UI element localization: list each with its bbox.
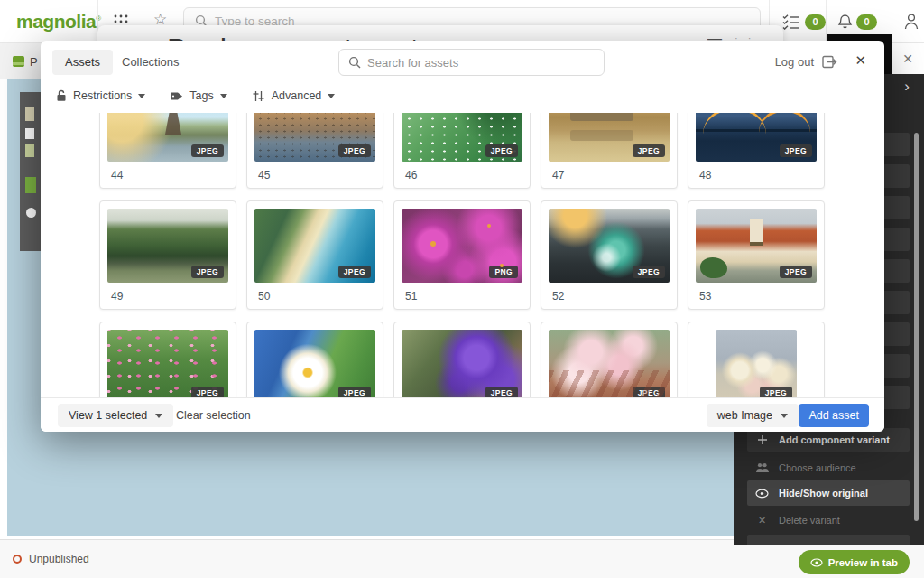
asset-format-badge: JPEG [760, 387, 792, 397]
asset-grid: JPEG 44 JPEG 45 JPEG 46 JPEG 47 JPEG 48 … [41, 113, 884, 397]
view-selected-button[interactable]: View 1 selected [58, 404, 173, 427]
context-menu-item-choose-audience[interactable]: Choose audience [747, 457, 910, 479]
filter-bar: Restrictions Tags Advanced [56, 89, 335, 102]
panel-close-button[interactable]: ✕ [892, 43, 924, 74]
collapse-panel-icon[interactable]: › [904, 78, 910, 96]
publication-status: Unpublished [13, 553, 89, 565]
close-dialog-icon[interactable]: ✕ [855, 52, 866, 69]
asset-format-badge: JPEG [780, 266, 812, 278]
clear-selection-button[interactable]: Clear selection [176, 409, 251, 422]
asset-format-badge: JPEG [338, 387, 371, 397]
asset-card[interactable]: JPEG 52 [541, 200, 678, 310]
asset-card[interactable]: JPEG [99, 322, 236, 397]
asset-thumbnail: JPEG [696, 113, 817, 162]
tasks-count-badge: 0 [805, 14, 826, 30]
asset-format-badge: JPEG [485, 387, 518, 397]
eye-icon [755, 489, 769, 499]
user-icon [903, 13, 919, 31]
asset-format-badge: JPEG [191, 144, 224, 157]
asset-type-select[interactable]: web Image [707, 404, 799, 427]
chevron-down-icon [155, 414, 162, 418]
asset-format-badge: PNG [489, 266, 518, 278]
asset-format-badge: JPEG [633, 266, 665, 278]
context-menu-item-delete-variant[interactable]: ✕ Delete variant [747, 509, 910, 531]
divider [826, 0, 827, 43]
asset-chooser-dialog: Assets Collections Log out ✕ Restriction… [41, 41, 884, 432]
preview-in-tab-button[interactable]: Preview in tab [799, 550, 910, 574]
tab-collections[interactable]: Collections [109, 50, 192, 75]
asset-number: 47 [549, 169, 670, 182]
tag-icon [170, 91, 183, 101]
asset-card[interactable]: PNG 51 [393, 200, 531, 310]
lock-icon [56, 89, 67, 102]
asset-card[interactable]: JPEG 45 [246, 113, 383, 189]
audience-icon [755, 462, 769, 473]
user-menu-button[interactable] [903, 0, 919, 43]
asset-card[interactable]: JPEG [393, 322, 531, 397]
asset-card[interactable]: JPEG 47 [541, 113, 678, 189]
filter-advanced[interactable]: Advanced [252, 89, 336, 102]
asset-number: 49 [107, 290, 228, 303]
logout-icon [822, 55, 837, 69]
asset-search-input[interactable] [367, 56, 575, 70]
filter-tags[interactable]: Tags [170, 89, 226, 102]
asset-format-badge: JPEG [338, 144, 371, 157]
filter-restrictions[interactable]: Restrictions [56, 89, 145, 102]
asset-thumbnail: JPEG [107, 330, 228, 397]
status-bar: Unpublished Preview in tab [0, 539, 924, 578]
logout-button[interactable]: Log out [775, 55, 837, 69]
asset-format-badge: JPEG [780, 144, 812, 157]
notifications-count-badge: 0 [856, 14, 877, 30]
dialog-footer: View 1 selected Clear selection web Imag… [41, 397, 884, 432]
asset-thumbnail: JPEG [549, 209, 670, 283]
asset-thumbnail: JPEG [107, 209, 228, 283]
asset-number: 52 [549, 290, 670, 303]
context-menu-item-hide-show[interactable]: Hide/Show original [747, 480, 910, 506]
asset-card[interactable]: JPEG 49 [99, 200, 236, 310]
asset-format-badge: JPEG [633, 144, 665, 157]
asset-thumbnail: JPEG [254, 113, 375, 162]
tasks-icon [781, 14, 801, 30]
chevron-down-icon [781, 414, 788, 418]
pages-app-icon [13, 56, 24, 67]
asset-thumbnail: JPEG [402, 113, 522, 162]
tasks-button[interactable]: 0 [781, 0, 826, 43]
asset-card[interactable]: JPEG [246, 322, 383, 397]
asset-number: 51 [402, 290, 522, 303]
asset-search-field[interactable] [338, 49, 605, 76]
asset-format-badge: JPEG [485, 144, 518, 157]
asset-card[interactable]: JPEG 53 [688, 200, 825, 310]
breadcrumb[interactable]: P [30, 55, 38, 69]
asset-thumbnail: JPEG [549, 113, 670, 162]
asset-thumbnail: JPEG [254, 330, 375, 397]
context-menu-item-stub[interactable] [747, 535, 910, 545]
bell-icon [837, 14, 853, 31]
asset-thumbnail: JPEG [549, 330, 670, 397]
unpublished-status-icon [13, 555, 22, 564]
asset-thumbnail: JPEG [402, 330, 522, 397]
asset-thumbnail: JPEG [107, 113, 228, 162]
asset-format-badge: JPEG [191, 387, 224, 397]
asset-card[interactable]: JPEG 50 [246, 200, 383, 310]
add-asset-button[interactable]: Add asset [799, 404, 869, 427]
chevron-down-icon [328, 94, 335, 98]
chevron-down-icon [138, 94, 145, 98]
asset-card[interactable]: JPEG 46 [393, 113, 531, 189]
asset-number: 46 [402, 169, 522, 182]
asset-card[interactable]: JPEG 44 [99, 113, 236, 189]
asset-format-badge: JPEG [338, 266, 371, 278]
asset-thumbnail: PNG [402, 209, 522, 283]
asset-card[interactable]: JPEG 48 [688, 113, 825, 189]
panel-scrollbar[interactable] [914, 133, 919, 521]
asset-number: 44 [107, 169, 228, 182]
asset-thumbnail: JPEG [254, 209, 375, 283]
tab-assets[interactable]: Assets [52, 50, 113, 75]
asset-number: 45 [254, 169, 375, 182]
delete-icon: ✕ [755, 515, 769, 527]
asset-format-badge: JPEG [633, 387, 665, 397]
search-icon [348, 56, 361, 69]
asset-card[interactable]: JPEG [688, 322, 825, 397]
asset-thumbnail: JPEG [716, 330, 797, 397]
asset-card[interactable]: JPEG [541, 322, 678, 397]
sliders-icon [252, 90, 265, 102]
